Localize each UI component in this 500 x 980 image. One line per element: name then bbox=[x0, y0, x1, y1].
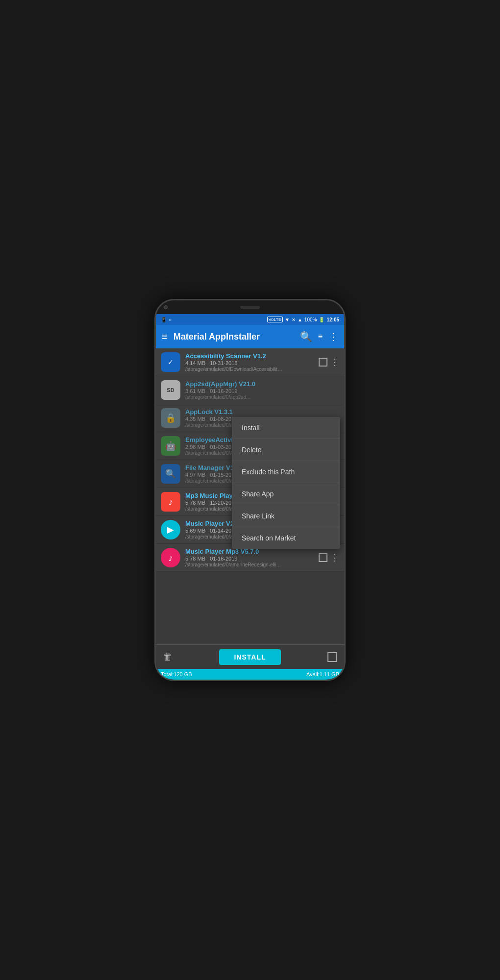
app-actions: ⋮ bbox=[319, 552, 339, 563]
total-storage: Total:120 GB bbox=[161, 671, 192, 677]
context-menu-share-app[interactable]: Share App bbox=[232, 483, 340, 505]
app-icon-musicplayer: ▶ bbox=[161, 520, 180, 539]
storage-bar: Total:120 GB Avail:1.11 GB bbox=[156, 669, 344, 680]
app-icon-accessibility: ✓ bbox=[161, 352, 180, 372]
circle-icon: ○ bbox=[169, 317, 172, 322]
app-icon-filemanager: 🔍 bbox=[161, 464, 180, 484]
app-name: App2sd(AppMgr) V21.0 bbox=[185, 380, 339, 388]
app-path: /storage/emulated/0/Download/Accessibili… bbox=[185, 367, 283, 372]
context-menu: Install Delete Exclude this Path Share A… bbox=[232, 417, 340, 549]
check-icon: ✓ bbox=[168, 358, 174, 366]
search-icon[interactable]: 🔍 bbox=[300, 331, 312, 343]
context-menu-delete[interactable]: Delete bbox=[232, 439, 340, 461]
three-dot-menu-icon[interactable]: ⋮ bbox=[330, 552, 339, 563]
speaker bbox=[240, 306, 260, 309]
volte-label: VoLTE bbox=[267, 317, 283, 322]
app-name: Accessibility Scanner V1.2 bbox=[185, 352, 314, 360]
status-bar: 📱 ○ VoLTE ▼ ✕ ▲ 100% 🔋 12:05 bbox=[156, 314, 344, 325]
app-info-accessibility: Accessibility Scanner V1.2 4.14 MB 10-31… bbox=[185, 352, 314, 372]
checkbox[interactable] bbox=[319, 553, 327, 562]
three-dot-menu-icon[interactable]: ⋮ bbox=[330, 357, 339, 368]
trash-icon[interactable]: 🗑 bbox=[163, 651, 173, 662]
phone-shell: 📱 ○ VoLTE ▼ ✕ ▲ 100% 🔋 12:05 ≡ Material … bbox=[154, 299, 346, 681]
app-icon-musicmp3: ♪ bbox=[161, 548, 180, 567]
app-meta: 4.14 MB 10-31-2018 bbox=[185, 360, 314, 366]
select-all-checkbox[interactable] bbox=[327, 652, 337, 662]
app-icon-employee: 🤖 bbox=[161, 436, 180, 456]
context-menu-exclude-path[interactable]: Exclude this Path bbox=[232, 461, 340, 483]
app-actions: ⋮ bbox=[319, 357, 339, 368]
app-list: ✓ Accessibility Scanner V1.2 4.14 MB 10-… bbox=[156, 348, 344, 644]
avail-storage: Avail:1.11 GB bbox=[306, 671, 339, 677]
menu-icon[interactable]: ≡ bbox=[162, 331, 168, 343]
context-menu-share-link[interactable]: Share Link bbox=[232, 505, 340, 527]
install-button[interactable]: INSTALL bbox=[219, 649, 280, 665]
more-options-icon[interactable]: ⋮ bbox=[328, 331, 338, 343]
signal-icon: ✕ bbox=[292, 317, 296, 322]
list-item: ✓ Accessibility Scanner V1.2 4.14 MB 10-… bbox=[156, 348, 344, 376]
signal-bars: ▲ bbox=[298, 317, 302, 322]
list-item: SD App2sd(AppMgr) V21.0 3.61 MB 01-16-20… bbox=[156, 376, 344, 404]
app-icon-mp3: ♪ bbox=[161, 492, 180, 512]
front-camera bbox=[164, 305, 168, 309]
app-info-musicmp3: Music Player Mp3 V5.7.0 5.78 MB 01-16-20… bbox=[185, 548, 314, 567]
content-area: ✓ Accessibility Scanner V1.2 4.14 MB 10-… bbox=[156, 348, 344, 680]
app-path: /storage/emulated/0/amarineRedesign-elli… bbox=[185, 562, 283, 567]
phone-notch bbox=[156, 300, 344, 314]
app-icon-applock: 🔒 bbox=[161, 408, 180, 428]
app-path: /storage/emulated/0/app2sd... bbox=[185, 394, 283, 400]
app-icon-app2sd: SD bbox=[161, 380, 180, 400]
time-label: 12:05 bbox=[326, 317, 339, 322]
status-left-icons: 📱 ○ bbox=[161, 317, 172, 322]
app-title: Material AppInstaller bbox=[174, 332, 294, 342]
whatsapp-icon: 📱 bbox=[161, 317, 167, 322]
wifi-icon: ▼ bbox=[285, 317, 290, 322]
toolbar: ≡ Material AppInstaller 🔍 ≡ ⋮ bbox=[156, 325, 344, 348]
app-name: AppLock V1.3.1 bbox=[185, 408, 339, 416]
filter-icon[interactable]: ≡ bbox=[318, 332, 323, 341]
app-info-app2sd: App2sd(AppMgr) V21.0 3.61 MB 01-16-2019 … bbox=[185, 380, 339, 400]
checkbox[interactable] bbox=[319, 358, 327, 367]
battery-icon: 🔋 bbox=[319, 317, 325, 322]
app-meta: 5.78 MB 01-16-2019 bbox=[185, 556, 314, 562]
battery-label: 100% bbox=[304, 317, 317, 322]
context-menu-install[interactable]: Install bbox=[232, 417, 340, 439]
context-menu-search-market[interactable]: Search on Market bbox=[232, 527, 340, 549]
app-name: Music Player Mp3 V5.7.0 bbox=[185, 548, 314, 555]
status-right-icons: VoLTE ▼ ✕ ▲ 100% 🔋 12:05 bbox=[267, 317, 339, 322]
app-meta: 3.61 MB 01-16-2019 bbox=[185, 388, 339, 394]
bottom-bar: 🗑 INSTALL bbox=[156, 644, 344, 669]
